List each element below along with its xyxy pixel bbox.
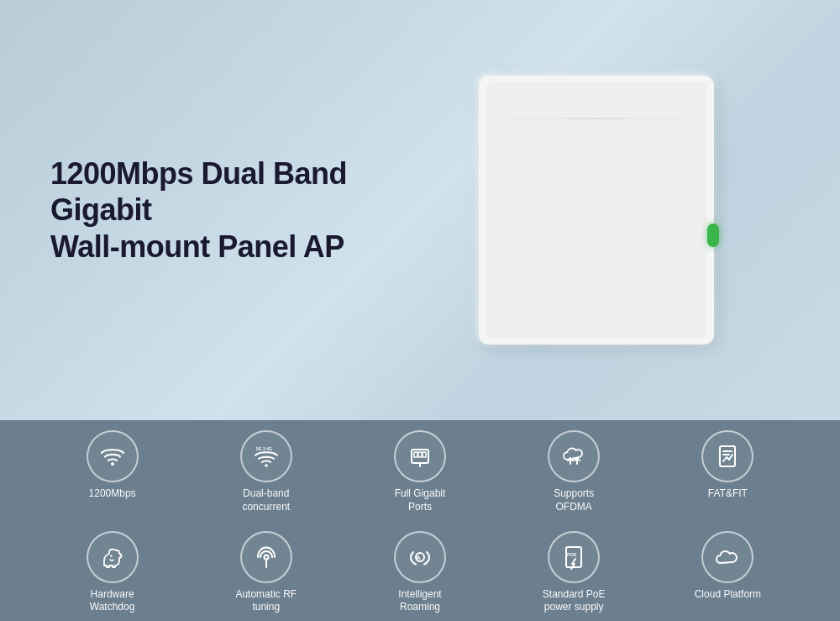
fat-fit-icon-circle	[701, 430, 753, 482]
features-grid: 1200Mbps 5G 2.4G Dual-bandconcurrent	[42, 424, 798, 617]
gigabit-label: Full GigabitPorts	[395, 487, 446, 513]
svg-point-13	[110, 555, 112, 556]
feature-rf-tuning: Automatic RFtuning	[196, 524, 336, 618]
product-line	[479, 118, 714, 119]
fat-fit-label: FAT&FIT	[708, 487, 748, 501]
svg-text:A: A	[416, 554, 421, 561]
hero-section: 1200Mbps Dual Band Gigabit Wall-mount Pa…	[0, 0, 840, 420]
roaming-icon-circle: A	[394, 531, 446, 583]
poe-icon-circle: POE	[548, 531, 600, 583]
product-led	[707, 224, 719, 247]
watchdog-icon-circle	[87, 531, 139, 583]
ofdma-icon-circle	[548, 430, 600, 482]
features-section: 1200Mbps 5G 2.4G Dual-bandconcurrent	[0, 420, 840, 621]
svg-point-2	[265, 465, 268, 468]
ofdma-label: SupportsOFDMA	[554, 487, 594, 513]
svg-text:5G 2.4G: 5G 2.4G	[256, 446, 272, 451]
title-line2: Wall-mount Panel AP	[50, 229, 344, 264]
svg-rect-5	[418, 452, 422, 457]
main-container: 1200Mbps Dual Band Gigabit Wall-mount Pa…	[0, 0, 840, 621]
gigabit-icon-circle	[394, 430, 446, 482]
dual-band-label: Dual-bandconcurrent	[242, 487, 290, 513]
hero-title: 1200Mbps Dual Band Gigabit Wall-mount Pa…	[50, 155, 403, 265]
svg-text:POE: POE	[567, 552, 577, 557]
rf-tuning-label: Automatic RFtuning	[235, 588, 297, 614]
product-image	[479, 76, 714, 345]
title-line1: 1200Mbps Dual Band Gigabit	[50, 156, 347, 227]
wifi-speed-label: 1200Mbps	[89, 487, 136, 501]
rf-tuning-icon-circle	[240, 531, 292, 583]
cloud-icon-circle	[701, 531, 753, 583]
wifi-speed-icon-circle	[87, 430, 139, 482]
feature-cloud: Cloud Platform	[658, 524, 798, 618]
svg-point-0	[111, 462, 114, 466]
roaming-label: IntelligentRoaming	[398, 588, 441, 614]
product-inner	[486, 82, 707, 338]
poe-label: Standard PoEpower supply	[543, 588, 606, 614]
cloud-platform-label: Cloud Platform	[695, 588, 761, 602]
hero-text: 1200Mbps Dual Band Gigabit Wall-mount Pa…	[50, 155, 403, 265]
hero-product	[403, 76, 790, 345]
svg-rect-4	[414, 452, 417, 457]
feature-gigabit: Full GigabitPorts	[349, 424, 490, 517]
feature-wifi-speed: 1200Mbps	[42, 424, 182, 517]
dual-band-icon-circle: 5G 2.4G	[240, 430, 292, 482]
feature-ofdma: SupportsOFDMA	[504, 424, 644, 517]
svg-rect-10	[720, 446, 735, 466]
feature-fat-fit: FAT&FIT	[658, 424, 798, 517]
feature-poe: POE Standard PoEpower supply	[504, 524, 644, 618]
watchdog-label: HardwareWatchdog	[90, 588, 135, 614]
feature-roaming: A IntelligentRoaming	[349, 524, 490, 618]
feature-dual-band: 5G 2.4G Dual-bandconcurrent	[196, 424, 336, 517]
svg-rect-6	[423, 452, 426, 457]
feature-watchdog: HardwareWatchdog	[42, 524, 182, 618]
